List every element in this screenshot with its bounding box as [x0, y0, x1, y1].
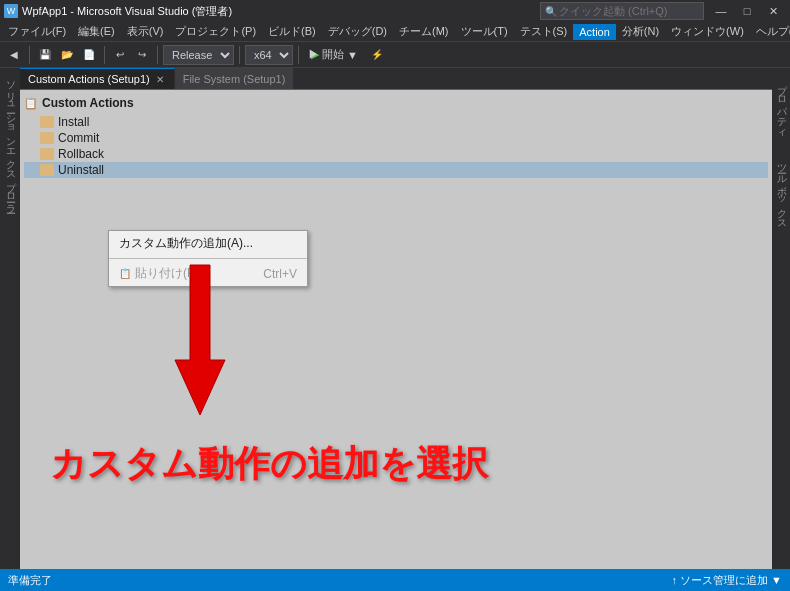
minimize-button[interactable]: — — [708, 1, 734, 21]
platform-dropdown[interactable]: x64 x86 — [245, 45, 293, 65]
close-button[interactable]: ✕ — [760, 1, 786, 21]
menu-window[interactable]: ウィンドウ(W) — [665, 22, 750, 41]
restore-button[interactable]: □ — [734, 1, 760, 21]
toolbar-new[interactable]: 📄 — [79, 45, 99, 65]
tree-root-icon: 📋 — [24, 97, 38, 110]
status-bar: 準備完了 ↑ ソース管理に追加 ▼ — [0, 569, 790, 591]
tree-item-uninstall[interactable]: Uninstall — [24, 162, 768, 178]
tree-root: 📋 Custom Actions — [24, 96, 768, 110]
menu-file[interactable]: ファイル(F) — [2, 22, 72, 41]
tab-custom-actions[interactable]: Custom Actions (Setup1) ✕ — [20, 68, 175, 89]
status-right[interactable]: ↑ ソース管理に追加 ▼ — [672, 573, 783, 588]
tree-item-install-label: Install — [58, 115, 89, 129]
menu-action[interactable]: Action — [573, 24, 616, 40]
menu-build[interactable]: ビルド(B) — [262, 22, 322, 41]
toolbar-extra[interactable]: ⚡ — [367, 45, 387, 65]
menu-team[interactable]: チーム(M) — [393, 22, 455, 41]
tab-custom-actions-label: Custom Actions (Setup1) — [28, 73, 150, 85]
tab-file-system[interactable]: File System (Setup1) — [175, 68, 295, 89]
paste-icon: 📋 — [119, 268, 131, 279]
source-control-button[interactable]: ↑ ソース管理に追加 ▼ — [672, 573, 783, 588]
sep1 — [29, 46, 30, 64]
menu-tools[interactable]: ツール(T) — [455, 22, 514, 41]
annotation-text: カスタム動作の追加を選択 — [50, 443, 488, 484]
document-content: 📋 Custom Actions Install Commit Rollback — [20, 90, 772, 569]
menu-test[interactable]: テスト(S) — [514, 22, 574, 41]
toolbar-redo[interactable]: ↪ — [132, 45, 152, 65]
menu-project[interactable]: プロジェクト(P) — [169, 22, 262, 41]
folder-icon-uninstall — [40, 164, 54, 176]
tree-item-rollback[interactable]: Rollback — [24, 146, 768, 162]
content-area: Custom Actions (Setup1) ✕ File System (S… — [20, 68, 772, 569]
status-text: 準備完了 — [8, 573, 52, 588]
context-menu-paste-shortcut: Ctrl+V — [263, 267, 297, 281]
title-bar: W WpfApp1 - Microsoft Visual Studio (管理者… — [0, 0, 790, 22]
main-layout: ソリューションエクスプローラー Custom Actions (Setup1) … — [0, 68, 790, 569]
sep5 — [298, 46, 299, 64]
menu-debug[interactable]: デバッグ(D) — [322, 22, 393, 41]
toolbar-save[interactable]: 💾 — [35, 45, 55, 65]
sidebar-toolbox[interactable]: ツールボックス — [772, 155, 790, 226]
run-label: ▶ 開始 — [308, 47, 344, 62]
sidebar-props[interactable]: プロパティ — [772, 76, 790, 135]
arrow-annotation — [160, 260, 240, 422]
tree-item-commit[interactable]: Commit — [24, 130, 768, 146]
menu-help[interactable]: ヘルプ(H) — [750, 22, 790, 41]
context-menu-sep — [109, 258, 307, 259]
app-icon: W — [4, 4, 18, 18]
sep3 — [157, 46, 158, 64]
tab-bar: Custom Actions (Setup1) ✕ File System (S… — [20, 68, 772, 90]
menu-edit[interactable]: 編集(E) — [72, 22, 121, 41]
sidebar-explorer[interactable]: ソリューションエクスプローラー — [1, 72, 19, 210]
tree-item-uninstall-label: Uninstall — [58, 163, 104, 177]
tab-file-system-label: File System (Setup1) — [183, 73, 286, 85]
menu-view[interactable]: 表示(V) — [121, 22, 170, 41]
folder-icon-commit — [40, 132, 54, 144]
title-bar-left: W WpfApp1 - Microsoft Visual Studio (管理者… — [4, 4, 232, 19]
tree-root-label: Custom Actions — [42, 96, 134, 110]
window-title: WpfApp1 - Microsoft Visual Studio (管理者) — [22, 4, 232, 19]
folder-icon-rollback — [40, 148, 54, 160]
run-dropdown-icon: ▼ — [347, 49, 358, 61]
sep4 — [239, 46, 240, 64]
folder-icon-install — [40, 116, 54, 128]
toolbar-open[interactable]: 📂 — [57, 45, 77, 65]
tree-item-commit-label: Commit — [58, 131, 99, 145]
toolbar-undo[interactable]: ↩ — [110, 45, 130, 65]
toolbar: ◀ 💾 📂 📄 ↩ ↪ Release Debug x64 x86 ▶ ▶ 開始… — [0, 42, 790, 68]
context-menu-add-action[interactable]: カスタム動作の追加(A)... — [109, 231, 307, 256]
context-menu-add-action-label: カスタム動作の追加(A)... — [119, 235, 253, 252]
tree-item-rollback-label: Rollback — [58, 147, 104, 161]
big-annotation: カスタム動作の追加を選択 — [50, 440, 488, 489]
right-sidebar: プロパティ ツールボックス — [772, 68, 790, 569]
svg-marker-1 — [175, 265, 225, 415]
window-controls: — □ ✕ — [708, 1, 786, 21]
menu-analysis[interactable]: 分析(N) — [616, 22, 665, 41]
search-icon: 🔍 — [545, 6, 557, 17]
menu-bar: ファイル(F) 編集(E) 表示(V) プロジェクト(P) ビルド(B) デバッ… — [0, 22, 790, 42]
quick-launch-input[interactable] — [559, 5, 699, 17]
tree-item-install[interactable]: Install — [24, 114, 768, 130]
left-sidebar: ソリューションエクスプローラー — [0, 68, 20, 569]
configuration-dropdown[interactable]: Release Debug — [163, 45, 234, 65]
tree-view: 📋 Custom Actions Install Commit Rollback — [20, 90, 772, 184]
toolbar-back[interactable]: ◀ — [4, 45, 24, 65]
sep2 — [104, 46, 105, 64]
run-button[interactable]: ▶ ▶ 開始 ▼ — [304, 45, 365, 64]
tab-custom-actions-close[interactable]: ✕ — [154, 74, 166, 85]
